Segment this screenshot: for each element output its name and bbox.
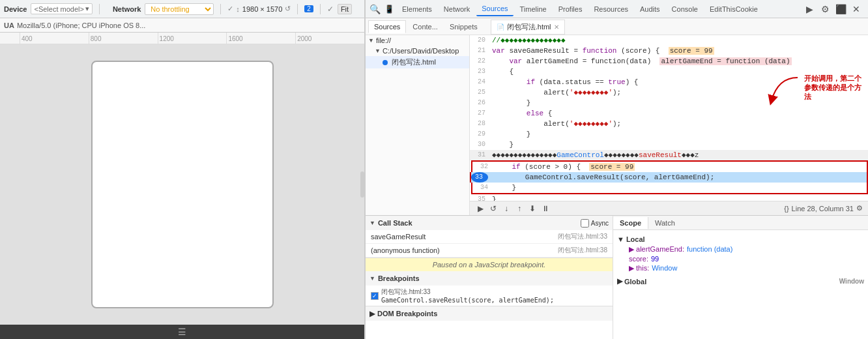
tab-scope[interactable]: Scope <box>613 217 648 229</box>
code-area[interactable]: 20 //◆◆◆◆◆◆◆◆◆◆◆◆◆◆◆ 21 var saveGameResu… <box>470 35 868 201</box>
divider4 <box>320 4 321 14</box>
tab-network[interactable]: Network <box>439 3 475 16</box>
throttle-select[interactable]: No throttling <box>145 3 214 15</box>
call-stack-header[interactable]: ▼ Call Stack Async <box>366 216 613 230</box>
async-check-input[interactable] <box>581 219 589 228</box>
call-item-1[interactable]: (anonymous function) 闭包写法.html:38 <box>366 244 613 258</box>
local-triangle-icon: ▼ <box>617 235 624 243</box>
scope-content: ▼ Local ▶ alertGameEnd: function (data) … <box>613 230 868 339</box>
folder-triangle-icon: ▼ <box>375 48 381 54</box>
file-tree: ▼ file:// ▼ C:/Users/David/Desktop 闭包写法.… <box>366 35 470 215</box>
device-screen <box>0 44 364 325</box>
menu-icon[interactable]: ☰ <box>178 327 186 337</box>
tab-audits[interactable]: Audits <box>635 3 665 16</box>
devtools-panel: 🔍 📱 Elements Network Sources Timeline Pr… <box>365 0 868 339</box>
bp-checkbox-0[interactable]: ✓ <box>371 292 379 300</box>
settings-icon2[interactable]: ⚙ <box>856 204 863 213</box>
close-icon[interactable]: ✕ <box>850 3 863 16</box>
tab-resources[interactable]: Resources <box>588 3 633 16</box>
tab-elements[interactable]: Elements <box>397 3 437 16</box>
bottom-panels: ▼ Call Stack Async saveGameResult 闭包写法.h… <box>366 215 868 339</box>
bp-item-0[interactable]: ✓ 闭包写法.html:33 GameControl.saveResult(sc… <box>366 286 613 306</box>
subtab-snippets[interactable]: Snippets <box>444 21 483 33</box>
fit-button[interactable]: Fit <box>338 4 352 14</box>
pause-icon[interactable]: ⏸ <box>540 203 551 214</box>
run-icon[interactable]: ▶ <box>803 3 816 16</box>
call-item-name-1: (anonymous function) <box>371 246 440 254</box>
file-tab-name: 闭包写法.html <box>507 22 551 32</box>
scope-item-this[interactable]: ▶ this: Window <box>617 263 864 273</box>
location-text: Line 28, Column 31 <box>792 205 854 213</box>
settings-icon[interactable]: ⚙ <box>818 3 832 16</box>
sources-subtabs: Sources Conte... Snippets 📄 闭包写法.html ✕ <box>366 18 868 35</box>
tree-root[interactable]: ▼ file:// <box>366 35 469 46</box>
bp-file: 闭包写法.html:33 <box>381 287 554 297</box>
device-toolbar: Device <Select model> ▾ Network No throt… <box>0 0 364 18</box>
annotation-arrow <box>759 74 804 107</box>
device-select[interactable]: <Select model> ▾ <box>31 3 92 14</box>
tree-folder-label: C:/Users/David/Desktop <box>383 47 459 55</box>
breakpoints-section: ▼ Breakpoints ✓ 闭包写法.html:33 GameControl… <box>366 271 613 306</box>
tab-timeline[interactable]: Timeline <box>515 3 552 16</box>
ua-bar: UA Mozilla/5.0 (iPhone; CPU iPhone OS 8.… <box>0 18 364 33</box>
resume-icon[interactable]: ▶ <box>475 203 485 214</box>
dimension-info: ✓ ↕ 1980 × 1570 ↺ <box>227 5 291 13</box>
code-line-28: 28 alert('◆◆◆◆◆◆◆◆'); <box>470 119 868 129</box>
tab-console[interactable]: Console <box>667 3 703 16</box>
breakpoints-header[interactable]: ▼ Breakpoints <box>366 271 613 286</box>
ua-string: Mozilla/5.0 (iPhone; CPU iPhone OS 8... <box>17 22 145 29</box>
tree-file[interactable]: 闭包写法.html <box>366 56 469 68</box>
tab-watch[interactable]: Watch <box>648 217 682 229</box>
left-panel: Device <Select model> ▾ Network No throt… <box>0 0 365 339</box>
debug-controls: ▶ ↺ ↓ ↑ ⬇ ⏸ <box>475 203 551 214</box>
tab-editthiscookie[interactable]: EditThisCookie <box>704 3 763 16</box>
stepinto-icon[interactable]: ↓ <box>501 203 512 214</box>
tab-sources[interactable]: Sources <box>476 2 513 16</box>
ruler-mark-2000: 2000 <box>295 33 364 44</box>
ruler-mark-400: 400 <box>20 33 89 44</box>
tab-profiles[interactable]: Profiles <box>553 3 588 16</box>
breakpoints-list: ✓ 闭包写法.html:33 GameControl.saveResult(sc… <box>366 286 613 306</box>
subtab-sources[interactable]: Sources <box>368 20 406 33</box>
dom-bp-label: DOM Breakpoints <box>377 310 437 317</box>
scope-item-score: score: 99 <box>617 254 864 263</box>
code-line-35: 35 } <box>470 194 868 201</box>
scope-local-header[interactable]: ▼ Local <box>617 234 864 244</box>
divider2 <box>220 4 221 14</box>
code-line-22: 22 var alertGameEnd = function(data) ale… <box>470 56 868 66</box>
resize-handle[interactable] <box>360 171 364 198</box>
bp-text-0: 闭包写法.html:33 GameControl.saveResult(scor… <box>381 287 554 304</box>
breakpoints-label: Breakpoints <box>378 274 420 282</box>
scope-global-header[interactable]: ▶ Global Window <box>617 276 864 287</box>
annotation: 开始调用，第二个参数传递的是个方法 <box>759 74 863 107</box>
refresh-icon[interactable]: ↺ <box>285 5 291 13</box>
dom-breakpoints-header[interactable]: ▶ DOM Breakpoints <box>366 306 613 321</box>
global-triangle-icon: ▶ <box>617 277 622 286</box>
subtab-content[interactable]: Conte... <box>407 21 443 33</box>
call-item-0[interactable]: saveGameResult 闭包写法.html:33 <box>366 230 613 244</box>
scope-item-alertgameend[interactable]: ▶ alertGameEnd: function (data) <box>617 244 864 254</box>
checkmark-icon: ✓ <box>227 5 233 13</box>
code-line-33: 33 GameControl.saveResult(score, alertGa… <box>470 172 868 183</box>
call-stack-label: Call Stack <box>378 219 412 227</box>
file-tab-close[interactable]: ✕ <box>554 23 559 31</box>
file-tab-baohan[interactable]: 📄 闭包写法.html ✕ <box>491 20 565 34</box>
code-line-27: 27 else { <box>470 108 868 119</box>
tree-file-label: 闭包写法.html <box>392 57 436 67</box>
bp-triangle-icon: ▼ <box>369 275 375 282</box>
left-bottom-panel: ▼ Call Stack Async saveGameResult 闭包写法.h… <box>366 216 613 339</box>
ua-label: UA <box>4 22 14 29</box>
badge: 2 <box>304 5 313 12</box>
local-label: Local <box>626 235 645 243</box>
search-icon[interactable]: 🔍 <box>368 3 381 16</box>
stepover-icon[interactable]: ↺ <box>488 203 499 214</box>
async-checkbox[interactable]: Async <box>581 219 609 228</box>
global-window-val: Window <box>839 278 864 285</box>
tree-folder[interactable]: ▼ C:/Users/David/Desktop <box>366 46 469 56</box>
dock-icon[interactable]: ⬛ <box>834 3 847 16</box>
call-item-loc-1: 闭包写法.html:38 <box>558 246 607 255</box>
deactivate-icon[interactable]: ⬇ <box>527 203 538 214</box>
device-icon[interactable]: 📱 <box>383 3 396 16</box>
stepout-icon[interactable]: ↑ <box>514 203 525 214</box>
format-icon[interactable]: {} <box>784 205 788 213</box>
